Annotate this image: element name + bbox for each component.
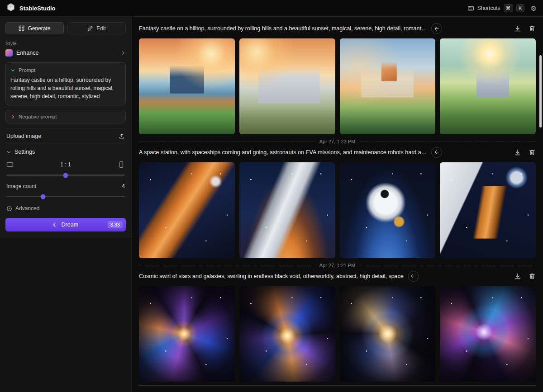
kbd-k: K — [516, 4, 524, 12]
app-logo-icon — [6, 3, 15, 14]
dream-cost-badge: 3.33 — [108, 221, 123, 228]
generated-image[interactable] — [440, 286, 536, 382]
generation-timestamp: Apr 27, 1:23 PM — [319, 139, 356, 144]
negative-prompt-title: Negative prompt — [19, 114, 57, 119]
portrait-icon — [118, 161, 125, 168]
image-grid — [139, 286, 536, 382]
generated-image[interactable] — [340, 286, 436, 382]
chevron-right-icon — [120, 50, 126, 56]
advanced-label: Advanced — [15, 205, 39, 212]
aspect-ratio-slider-thumb[interactable] — [63, 173, 68, 178]
chevron-down-icon — [6, 150, 11, 155]
download-button[interactable] — [514, 273, 521, 280]
generated-image[interactable] — [340, 38, 436, 134]
image-count-control: Image count 4 — [5, 183, 126, 189]
app-window: StableStudio Shortcuts ⌘ K ⚙ — [0, 0, 543, 392]
style-selector[interactable]: Enhance — [5, 49, 126, 62]
prompt-card-title: Prompt — [19, 67, 35, 73]
next-divider-edge — [139, 385, 536, 386]
generate-panel: Generate Edit Style Enhance — [0, 17, 131, 237]
negative-prompt-card[interactable]: Negative prompt — [5, 110, 126, 123]
aspect-ratio-control: 1 : 1 — [5, 161, 126, 168]
style-label: Style — [5, 41, 126, 46]
settings-toggle[interactable]: Settings — [5, 144, 126, 161]
delete-button[interactable] — [529, 25, 536, 32]
shortcuts-label: Shortcuts — [477, 5, 500, 11]
reuse-prompt-button[interactable] — [431, 147, 442, 158]
generation-timestamp: Apr 27, 1:21 PM — [319, 263, 356, 268]
generation-prompt: A space station, with spaceships coming … — [139, 149, 427, 156]
image-count-slider-thumb[interactable] — [41, 194, 46, 199]
delete-button[interactable] — [529, 149, 536, 156]
generated-image[interactable] — [239, 286, 335, 382]
generation-prompt: Cosmic swirl of stars and galaxies, swir… — [139, 273, 404, 279]
generated-image[interactable] — [139, 286, 235, 382]
image-grid — [139, 38, 536, 134]
image-count-slider[interactable] — [6, 196, 125, 197]
kbd-cmd: ⌘ — [504, 4, 513, 12]
image-count-label: Image count — [6, 183, 36, 189]
generation-prompt: Fantasy castle on a hilltop, surrounded … — [139, 25, 427, 32]
reuse-prompt-button[interactable] — [408, 271, 419, 282]
generations-feed: Fantasy castle on a hilltop, surrounded … — [132, 17, 543, 392]
aspect-ratio-value: 1 : 1 — [60, 161, 71, 168]
tab-generate[interactable]: Generate — [5, 22, 64, 34]
generated-image[interactable] — [340, 162, 436, 258]
generation-group: A space station, with spaceships coming … — [139, 147, 536, 268]
generated-image[interactable] — [139, 162, 235, 258]
generated-image[interactable] — [440, 38, 536, 134]
moon-icon: ☾ — [53, 222, 58, 228]
gear-icon: ⚙ — [531, 5, 537, 12]
prompt-input[interactable]: Fantasy castle on a hilltop, surrounded … — [10, 76, 121, 100]
generated-image[interactable] — [239, 38, 335, 134]
chevron-right-icon — [10, 114, 15, 119]
tab-edit[interactable]: Edit — [67, 22, 126, 34]
keyboard-icon — [467, 5, 474, 12]
tab-edit-label: Edit — [96, 25, 106, 32]
upload-image-label: Upload image — [6, 133, 41, 139]
scrollbar[interactable] — [539, 55, 542, 128]
app-title: StableStudio — [19, 5, 55, 12]
timestamp-divider: Apr 27, 1:23 PM — [139, 139, 536, 144]
dream-button[interactable]: ☾ Dream 3.33 — [5, 218, 126, 231]
chevron-down-icon — [10, 68, 15, 73]
generation-group: Fantasy castle on a hilltop, surrounded … — [139, 23, 536, 144]
settings-gear-button[interactable]: ⚙ — [531, 5, 537, 12]
landscape-icon — [6, 161, 14, 168]
grid-icon — [19, 25, 24, 31]
upload-image-button[interactable]: Upload image — [5, 128, 126, 144]
aspect-ratio-slider[interactable] — [6, 175, 125, 176]
generated-image[interactable] — [440, 162, 536, 258]
pencil-icon — [87, 25, 93, 31]
shortcuts-button[interactable]: Shortcuts ⌘ K — [467, 4, 524, 12]
advanced-icon — [6, 206, 12, 212]
sidebar: Generate Edit Style Enhance — [0, 17, 132, 392]
prompt-card-header[interactable]: Prompt — [10, 67, 121, 73]
upload-icon — [119, 133, 125, 139]
generation-group: Cosmic swirl of stars and galaxies, swir… — [139, 271, 536, 386]
image-count-value: 4 — [122, 183, 125, 189]
prompt-card: Prompt Fantasy castle on a hilltop, surr… — [5, 62, 126, 105]
download-button[interactable] — [514, 25, 521, 32]
download-button[interactable] — [514, 149, 521, 156]
topbar: StableStudio Shortcuts ⌘ K ⚙ — [0, 0, 543, 17]
style-value: Enhance — [16, 50, 38, 56]
dream-button-label: Dream — [62, 222, 79, 228]
advanced-toggle[interactable]: Advanced — [5, 204, 126, 218]
timestamp-divider: Apr 27, 1:21 PM — [139, 263, 536, 268]
generated-image[interactable] — [139, 38, 235, 134]
mode-tabs: Generate Edit — [5, 22, 126, 34]
style-thumbnail-icon — [5, 49, 13, 57]
image-grid — [139, 162, 536, 258]
tab-generate-label: Generate — [28, 25, 50, 32]
delete-button[interactable] — [529, 273, 536, 280]
settings-label: Settings — [14, 149, 35, 155]
reuse-prompt-button[interactable] — [431, 23, 442, 34]
generated-image[interactable] — [239, 162, 335, 258]
